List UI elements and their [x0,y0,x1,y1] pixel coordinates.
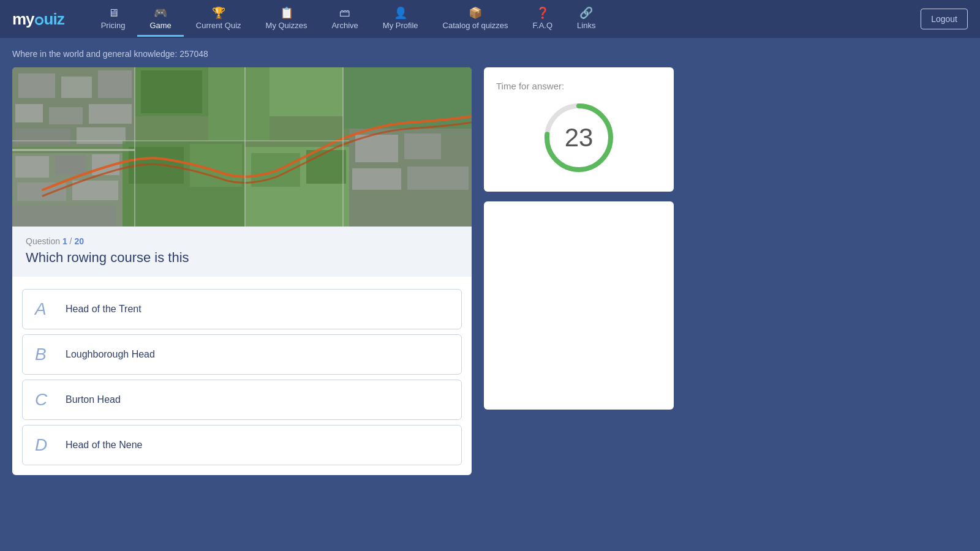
svg-rect-8 [15,129,70,144]
question-section: Question 1 / 20 Which rowing course is t… [12,227,472,277]
question-number: Question 1 / 20 [26,236,458,246]
logout-button[interactable]: Logout [921,9,968,29]
answer-option-c[interactable]: C Burton Head [22,380,462,420]
info-card [484,201,674,410]
logo-quiz: uiz [44,10,64,28]
nav-my-profile[interactable]: 👤 My Profile [371,1,431,37]
svg-rect-32 [306,150,346,184]
faq-icon: ❓ [536,6,549,20]
answer-option-b[interactable]: B Loughborough Head [22,334,462,375]
logo-my: my [12,10,34,28]
svg-rect-17 [404,133,441,159]
nav-my-quizzes-label: My Quizzes [266,21,307,30]
answer-text-c: Burton Head [66,394,121,405]
svg-rect-11 [141,70,202,113]
my-quizzes-icon: 📋 [280,6,293,20]
svg-rect-7 [89,104,132,124]
archive-icon: 🗃 [339,7,350,20]
svg-rect-26 [12,205,116,227]
svg-rect-13 [270,67,343,116]
svg-rect-6 [49,107,83,124]
nav-links[interactable]: 🔗 Links [565,1,608,37]
timer-value: 23 [565,123,594,152]
header: myuiz 🖥 Pricing 🎮 Game 🏆 Current Quiz 📋 … [0,0,980,38]
nav-pricing[interactable]: 🖥 Pricing [89,2,138,37]
answers-section: A Head of the Trent B Loughborough Head … [12,277,472,465]
svg-rect-12 [208,67,270,141]
nav-my-quizzes[interactable]: 📋 My Quizzes [254,1,320,37]
question-text: Which rowing course is this [26,250,458,266]
nav-game-label: Game [149,21,171,30]
question-current: 1 [62,236,67,246]
answer-text-a: Head of the Trent [66,304,141,315]
answer-text-b: Loughborough Head [66,349,155,360]
nav-faq[interactable]: ❓ F.A.Q [521,1,565,37]
svg-rect-4 [98,70,132,98]
answer-letter-c: C [35,390,55,410]
svg-rect-18 [352,168,401,190]
answer-option-d[interactable]: D Head of the Nene [22,425,462,465]
svg-rect-2 [18,73,55,98]
svg-rect-25 [72,181,118,200]
nav-catalog[interactable]: 📦 Catalog of quizzes [431,1,521,37]
side-panel: Time for answer: 23 [484,67,674,410]
aerial-map-svg [12,67,472,227]
nav-my-profile-label: My Profile [383,21,418,30]
question-total: 20 [74,236,84,246]
nav-archive[interactable]: 🗃 Archive [319,2,370,37]
nav-current-quiz[interactable]: 🏆 Current Quiz [184,1,254,37]
svg-rect-24 [17,182,66,201]
links-icon: 🔗 [579,6,593,20]
breadcrumb: Where in the world and general knowledge… [12,49,968,59]
svg-rect-22 [55,155,86,174]
quiz-map [12,67,472,227]
nav-links-label: Links [577,21,595,30]
nav-current-quiz-label: Current Quiz [196,21,241,30]
content-area: Question 1 / 20 Which rowing course is t… [12,67,968,475]
timer-card: Time for answer: 23 [484,67,674,192]
svg-rect-21 [15,156,49,178]
quiz-card: Question 1 / 20 Which rowing course is t… [12,67,472,475]
timer-circle: 23 [542,101,616,174]
my-profile-icon: 👤 [394,6,407,20]
svg-rect-5 [15,104,43,122]
nav-catalog-label: Catalog of quizzes [443,21,508,30]
answer-option-a[interactable]: A Head of the Trent [22,289,462,329]
timer-label: Time for answer: [496,81,564,91]
svg-rect-19 [407,167,469,190]
nav-game[interactable]: 🎮 Game [137,1,183,37]
svg-rect-3 [61,77,92,98]
catalog-icon: 📦 [469,6,482,20]
nav-faq-label: F.A.Q [533,21,553,30]
nav-archive-label: Archive [331,21,358,30]
answer-text-d: Head of the Nene [66,440,142,451]
nav-pricing-label: Pricing [101,21,126,30]
answer-letter-a: A [35,299,55,319]
answer-letter-d: D [35,435,55,455]
pricing-icon: 🖥 [108,7,119,20]
answer-letter-b: B [35,345,55,364]
current-quiz-icon: 🏆 [212,6,225,20]
main-nav: 🖥 Pricing 🎮 Game 🏆 Current Quiz 📋 My Qui… [89,1,921,37]
game-icon: 🎮 [154,6,167,20]
logo-icon [35,17,43,25]
logo[interactable]: myuiz [12,10,64,29]
main-background: Where in the world and general knowledge… [0,38,980,551]
